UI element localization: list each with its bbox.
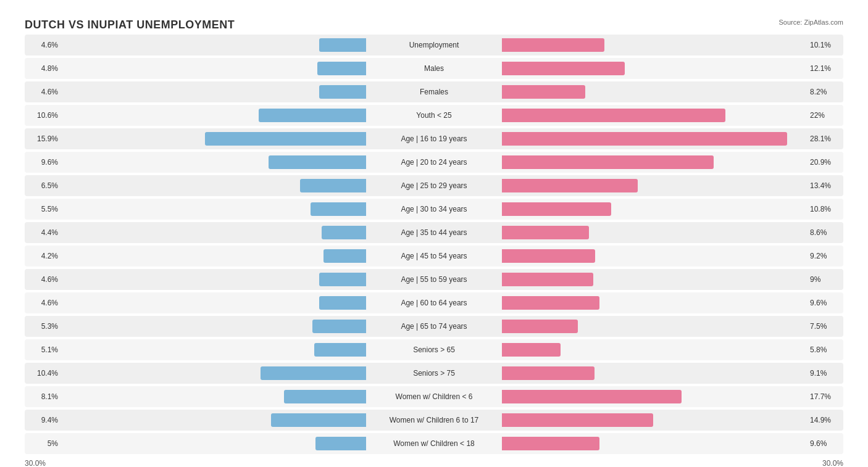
right-bar: [502, 109, 725, 122]
bar-row: 4.2% Age | 45 to 54 years 9.2%: [25, 246, 843, 267]
left-bar: [323, 249, 366, 263]
left-bar: [259, 109, 366, 122]
right-bar-wrap: [502, 269, 806, 290]
right-value: 5.8%: [806, 345, 843, 354]
row-label: Youth < 25: [366, 111, 502, 120]
bar-row: 4.6% Females 8.2%: [25, 81, 843, 102]
row-label: Age | 30 to 34 years: [366, 205, 502, 213]
left-bar: [319, 85, 366, 99]
right-bar: [502, 226, 589, 239]
right-bar-wrap: [502, 199, 806, 220]
bar-row: 4.6% Age | 55 to 59 years 9%: [25, 269, 843, 290]
right-bar-wrap: [502, 316, 806, 337]
left-value: 10.4%: [25, 369, 62, 378]
right-value: 9%: [806, 275, 843, 284]
left-value: 9.6%: [25, 158, 62, 167]
right-bar: [502, 320, 578, 333]
left-value: 4.6%: [25, 88, 62, 96]
left-bar-wrap: [62, 128, 366, 149]
right-bar: [502, 155, 714, 169]
left-bar-wrap: [62, 363, 366, 384]
right-value: 9.6%: [806, 299, 843, 307]
left-bar-wrap: [62, 105, 366, 126]
left-value: 5.3%: [25, 322, 62, 331]
left-bar: [319, 296, 366, 310]
right-bar: [502, 413, 653, 427]
chart-container: DUTCH VS INUPIAT UNEMPLOYMENT Source: Zi…: [12, 12, 856, 467]
right-value: 12.1%: [806, 64, 843, 73]
bar-row: 5% Women w/ Children < 18 9.6%: [25, 433, 843, 454]
left-value: 4.6%: [25, 41, 62, 49]
bar-row: 5.3% Age | 65 to 74 years 7.5%: [25, 316, 843, 337]
bar-row: 4.6% Unemployment 10.1%: [25, 35, 843, 56]
row-label: Age | 60 to 64 years: [366, 299, 502, 307]
right-bar-wrap: [502, 128, 806, 149]
right-bar-wrap: [502, 81, 806, 102]
left-bar: [319, 38, 366, 52]
right-bar: [502, 343, 561, 357]
right-bar-wrap: [502, 433, 806, 454]
right-value: 14.9%: [806, 416, 843, 424]
left-bar: [300, 179, 366, 192]
left-bar: [269, 155, 366, 169]
right-value: 13.4%: [806, 181, 843, 190]
right-bar-wrap: [502, 339, 806, 360]
row-label: Age | 25 to 29 years: [366, 181, 502, 190]
right-value: 17.7%: [806, 392, 843, 401]
row-label: Women w/ Children < 18: [366, 439, 502, 448]
row-label: Age | 20 to 24 years: [366, 158, 502, 167]
bar-row: 4.4% Age | 35 to 44 years 8.6%: [25, 222, 843, 243]
left-bar-wrap: [62, 410, 366, 431]
bar-row: 4.6% Age | 60 to 64 years 9.6%: [25, 292, 843, 313]
bar-row: 4.8% Males 12.1%: [25, 58, 843, 79]
source-label: Source: ZipAtlas.com: [778, 19, 843, 26]
right-value: 7.5%: [806, 322, 843, 331]
bar-row: 10.4% Seniors > 75 9.1%: [25, 363, 843, 384]
left-bar: [317, 62, 366, 75]
right-bar-wrap: [502, 363, 806, 384]
left-bar-wrap: [62, 199, 366, 220]
left-bar-wrap: [62, 246, 366, 267]
left-value: 6.5%: [25, 181, 62, 190]
left-bar: [312, 320, 366, 333]
left-value: 4.6%: [25, 299, 62, 307]
left-value: 8.1%: [25, 392, 62, 401]
axis-right-label: 30.0%: [806, 459, 843, 467]
left-bar-wrap: [62, 175, 366, 196]
right-bar: [502, 85, 585, 99]
bar-row: 5.5% Age | 30 to 34 years 10.8%: [25, 199, 843, 220]
right-bar-wrap: [502, 105, 806, 126]
left-value: 4.4%: [25, 228, 62, 237]
right-bar: [502, 202, 611, 216]
right-bar: [502, 249, 595, 263]
right-bar: [502, 366, 595, 380]
left-bar-wrap: [62, 386, 366, 407]
row-label: Age | 55 to 59 years: [366, 275, 502, 284]
right-value: 9.1%: [806, 369, 843, 378]
right-bar-wrap: [502, 410, 806, 431]
left-bar: [271, 413, 366, 427]
chart-area: 4.6% Unemployment 10.1% 4.8% Males 12.1%…: [25, 35, 843, 454]
bar-row: 6.5% Age | 25 to 29 years 13.4%: [25, 175, 843, 196]
row-label: Women w/ Children < 6: [366, 392, 502, 401]
left-bar: [284, 390, 366, 403]
left-bar-wrap: [62, 292, 366, 313]
row-label: Unemployment: [366, 41, 502, 49]
left-bar-wrap: [62, 316, 366, 337]
right-value: 9.6%: [806, 439, 843, 448]
bar-row: 5.1% Seniors > 65 5.8%: [25, 339, 843, 360]
bar-row: 9.4% Women w/ Children 6 to 17 14.9%: [25, 410, 843, 431]
right-value: 8.2%: [806, 88, 843, 96]
right-bar: [502, 437, 599, 450]
axis-left-label: 30.0%: [25, 459, 62, 467]
left-bar-wrap: [62, 58, 366, 79]
left-value: 4.2%: [25, 252, 62, 260]
left-bar: [319, 273, 366, 286]
right-bar: [502, 132, 787, 146]
right-bar-wrap: [502, 222, 806, 243]
left-bar: [205, 132, 366, 146]
left-value: 5%: [25, 439, 62, 448]
row-label: Seniors > 75: [366, 369, 502, 378]
left-bar-wrap: [62, 81, 366, 102]
row-label: Males: [366, 64, 502, 73]
